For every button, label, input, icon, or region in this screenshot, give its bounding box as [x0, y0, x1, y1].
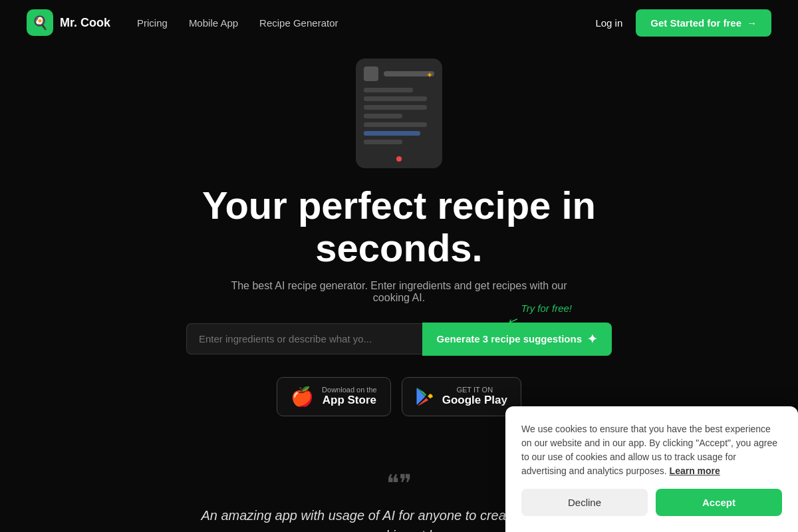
sparkle-icon: ✦: [587, 332, 597, 346]
brand-name: Mr. Cook: [60, 16, 110, 30]
google-play-button[interactable]: GET IT ON Google Play: [402, 377, 521, 416]
decline-button[interactable]: Decline: [521, 489, 648, 516]
nav-recipe-generator[interactable]: Recipe Generator: [259, 17, 338, 29]
nav-pricing[interactable]: Pricing: [137, 17, 168, 29]
hero-subtitle: The best AI recipe generator. Enter ingr…: [213, 280, 585, 304]
google-play-text: GET IT ON Google Play: [442, 386, 507, 407]
ingredients-input[interactable]: [186, 323, 422, 354]
logo-icon: 🍳: [27, 9, 53, 36]
navbar: 🍳 Mr. Cook Pricing Mobile App Recipe Gen…: [0, 0, 798, 45]
phone-line-4: [364, 114, 402, 118]
cookie-learn-more-link[interactable]: Learn more: [670, 466, 720, 476]
phone-line-3: [364, 105, 427, 110]
hero-section: ✦ Your perfect recipe in seconds. The be…: [0, 45, 798, 456]
phone-mockup: ✦: [356, 59, 442, 168]
try-label: Try for free!: [521, 303, 572, 314]
phone-line-1: [364, 88, 413, 92]
nav-right: Log in Get Started for free →: [595, 9, 771, 37]
app-store-button[interactable]: 🍎 Download on the App Store: [277, 377, 391, 416]
phone-spark: ✦: [426, 70, 433, 80]
app-store-text: Download on the App Store: [322, 386, 377, 407]
store-buttons: 🍎 Download on the App Store GET IT ON Go…: [277, 377, 521, 416]
cookie-banner: We use cookies to ensure that you have t…: [505, 406, 798, 532]
phone-content-lines: [364, 88, 434, 144]
nav-mobile-app[interactable]: Mobile App: [189, 17, 238, 29]
phone-top-bar: [364, 66, 434, 81]
phone-line-6: [364, 140, 402, 144]
phone-line-colored: [364, 131, 420, 136]
phone-avatar: [364, 66, 378, 81]
cookie-text: We use cookies to ensure that you have t…: [521, 422, 782, 478]
accept-button[interactable]: Accept: [656, 489, 782, 516]
google-play-icon: [416, 387, 434, 406]
cookie-buttons: Decline Accept: [521, 489, 782, 516]
get-started-button[interactable]: Get Started for free →: [636, 9, 771, 37]
apple-icon: 🍎: [291, 386, 314, 408]
phone-line-2: [364, 96, 427, 101]
input-row: Try for free! ↙ Generate 3 recipe sugges…: [186, 323, 612, 356]
hero-title: Your perfect recipe in seconds.: [166, 184, 632, 269]
generate-button[interactable]: Generate 3 recipe suggestions ✦: [422, 323, 612, 356]
phone-line-5: [364, 122, 427, 127]
quote-icon: ❝❞: [386, 469, 412, 497]
login-button[interactable]: Log in: [595, 17, 622, 29]
phone-dot-red: [396, 156, 402, 162]
logo[interactable]: 🍳 Mr. Cook: [27, 9, 110, 36]
nav-links: Pricing Mobile App Recipe Generator: [137, 17, 595, 29]
